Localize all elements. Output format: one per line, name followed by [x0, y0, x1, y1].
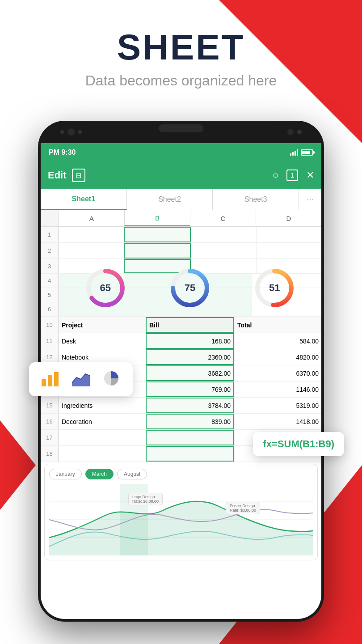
area-chart-icon[interactable] [72, 370, 90, 388]
row-2: 2 [41, 243, 321, 259]
close-icon[interactable]: ✕ [306, 169, 314, 181]
sensor-dot [78, 130, 82, 134]
cell-2d[interactable] [256, 243, 321, 258]
donut-chart-75: 75 [168, 266, 212, 310]
row-num-3: 3 [41, 259, 59, 273]
logo-design-rate: Rate: $6,00.00 [132, 499, 159, 504]
table-row-11: 11 Desk 168.00 584.00 [41, 333, 321, 349]
status-right [290, 149, 313, 156]
cell-2c[interactable] [191, 243, 256, 258]
row-num-spacer [41, 210, 59, 226]
view-icon[interactable]: 1 [286, 169, 298, 181]
row-num-10: 10 [41, 317, 59, 333]
poster-design-title: Poster Design [230, 504, 256, 508]
cell-1d[interactable] [256, 227, 321, 242]
phone-notch-area [38, 121, 324, 143]
col-header-d[interactable]: D [256, 210, 321, 226]
chart-tab-august[interactable]: August [117, 469, 147, 479]
row-num-1: 1 [41, 227, 59, 242]
status-bar: PM 9:30 [41, 143, 321, 162]
sheet-tab-3[interactable]: Sheet3 [213, 189, 299, 210]
pie-chart-icon[interactable] [102, 370, 120, 388]
cell-12-bill[interactable]: 2360.00 [146, 349, 234, 365]
cell-17-bill[interactable] [146, 430, 234, 445]
search-icon[interactable]: ○ [273, 169, 278, 181]
bg-decoration-left [0, 420, 36, 510]
col-headers: A B C D [41, 210, 321, 227]
cell-10-project[interactable]: Project [59, 317, 146, 333]
cell-2a[interactable] [59, 243, 124, 258]
speaker-dot [60, 130, 64, 134]
cell-15-project[interactable]: Ingredients [59, 398, 146, 413]
header-section: SHEET Data becomes organized here [0, 0, 362, 89]
row-1: 1 [41, 227, 321, 243]
cell-18-bill[interactable] [146, 446, 234, 462]
cell-1a[interactable] [59, 227, 124, 242]
cell-13-total[interactable]: 6370.00 [234, 365, 321, 381]
logo-design-title: Logo Design [132, 495, 159, 499]
signal-bar-4 [297, 149, 298, 156]
cell-17-project[interactable] [59, 430, 146, 445]
cell-10-bill[interactable]: Bill [146, 317, 234, 333]
col-header-a[interactable]: A [59, 210, 124, 226]
cell-10-total[interactable]: Total [234, 317, 321, 333]
row-num-16: 16 [41, 414, 59, 429]
chart-type-selector[interactable] [29, 362, 133, 396]
cell-1b[interactable] [124, 227, 190, 242]
camera-back [287, 129, 294, 135]
svg-rect-12 [54, 372, 59, 386]
donuts-overlay: 65 [59, 259, 321, 317]
save-icon[interactable]: ⊟ [72, 169, 85, 182]
row-num-5: 5 [41, 288, 59, 302]
col-header-c[interactable]: C [190, 210, 256, 226]
row-num-18: 18 [41, 446, 59, 462]
cell-13-bill[interactable]: 3682.00 [146, 365, 234, 381]
sheet-tab-1[interactable]: Sheet1 [41, 189, 127, 210]
sheet-tab-more[interactable]: ··· [299, 189, 321, 210]
bar-chart-icon[interactable] [42, 370, 59, 388]
phone-wrapper: PM 9:30 Edit ⊟ [38, 121, 324, 622]
formula-box: fx=SUM(B1:B9) [253, 432, 344, 456]
cell-11-bill[interactable]: 168.00 [146, 333, 234, 349]
table-header-row: 10 Project Bill Total [41, 317, 321, 333]
cell-16-bill[interactable]: 839.00 [146, 414, 234, 429]
poster-design-rate: Rate: $3,00.00 [230, 508, 256, 513]
edit-label: Edit [48, 169, 67, 181]
poster-design-label: Poster Design Rate: $3,00.00 [226, 502, 260, 514]
cell-16-total[interactable]: 1418.00 [234, 414, 321, 429]
sheet-tab-2[interactable]: Sheet2 [127, 189, 213, 210]
table-row-16: 16 Decoration 839.00 1418.00 [41, 414, 321, 430]
cell-14-total[interactable]: 1146.00 [234, 381, 321, 397]
cell-15-total[interactable]: 5319.00 [234, 398, 321, 413]
svg-rect-11 [48, 375, 52, 386]
cell-18-project[interactable] [59, 446, 146, 462]
signal-bar-2 [292, 152, 294, 156]
row-num-11: 11 [41, 333, 59, 349]
status-time: PM 9:30 [49, 148, 76, 157]
signal-bar-1 [290, 153, 291, 156]
line-chart-section: January March August Logo Design Rate: $… [44, 464, 318, 560]
row-num-4: 4 [41, 274, 59, 288]
row-num-17: 17 [41, 430, 59, 445]
signal-bar-3 [295, 151, 296, 156]
cell-15-bill[interactable]: 3784.00 [146, 398, 234, 413]
notch-bar [159, 124, 203, 132]
cell-11-project[interactable]: Desk [59, 333, 146, 349]
chart-tab-january[interactable]: January [49, 469, 82, 479]
row-num-15: 15 [41, 398, 59, 413]
line-chart-canvas: Logo Design Rate: $6,00.00 Poster Design… [49, 484, 313, 555]
svg-rect-10 [42, 379, 46, 386]
cell-12-total[interactable]: 4820.00 [234, 349, 321, 365]
donut-value-51: 51 [269, 282, 280, 294]
donut-chart-51: 51 [252, 266, 297, 310]
battery-icon [301, 149, 313, 156]
cell-2b[interactable] [124, 243, 190, 258]
donut-charts-area: 3 4 5 [41, 259, 321, 317]
chart-tab-march[interactable]: March [85, 469, 114, 479]
app-subtitle: Data becomes organized here [0, 72, 362, 89]
cell-16-project[interactable]: Decoration [59, 414, 146, 429]
col-header-b[interactable]: B [124, 210, 190, 226]
cell-14-bill[interactable]: 769.00 [146, 381, 234, 397]
cell-11-total[interactable]: 584.00 [234, 333, 321, 349]
cell-1c[interactable] [191, 227, 256, 242]
